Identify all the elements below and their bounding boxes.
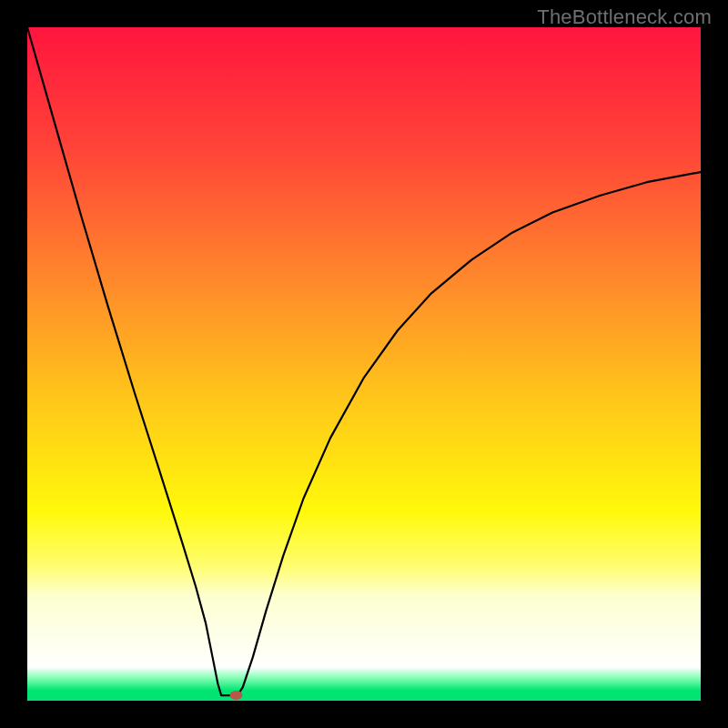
plot-area xyxy=(27,27,701,701)
minimum-marker xyxy=(229,691,242,700)
watermark-text: TheBottleneck.com xyxy=(537,5,712,29)
bottleneck-chart xyxy=(27,27,701,701)
chart-frame: TheBottleneck.com xyxy=(0,0,728,728)
gradient-background xyxy=(27,27,701,701)
